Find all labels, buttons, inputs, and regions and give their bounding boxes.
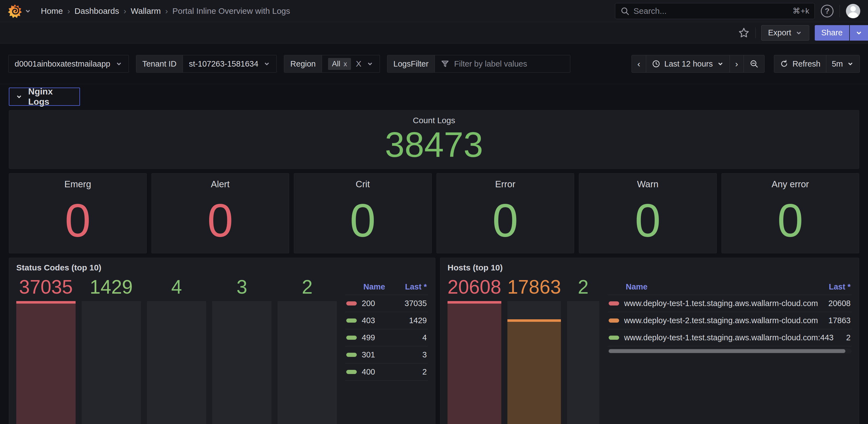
- breadcrumb-separator: ›: [67, 6, 70, 16]
- bar-403: 1429: [82, 277, 141, 424]
- section-chevron-down-icon: [16, 93, 23, 101]
- logs-filter-label: LogsFilter: [388, 55, 435, 73]
- breadcrumb-separator: ›: [165, 6, 168, 16]
- series-color-pill[interactable]: [346, 353, 357, 357]
- stat-title: Crit: [355, 179, 370, 190]
- bar-value: 2: [567, 277, 599, 298]
- dashboard-canvas: Nginx Logs Count Logs 38473 Emerg 0 Aler…: [0, 88, 868, 424]
- bar-value: 4: [147, 277, 206, 298]
- refresh-interval-value: 5m: [832, 59, 843, 68]
- legend-value-header[interactable]: Last *: [829, 282, 850, 291]
- series-color-pill[interactable]: [609, 318, 619, 322]
- chevron-down-icon[interactable]: [366, 60, 374, 67]
- series-color-pill[interactable]: [346, 301, 357, 306]
- refresh-interval-dropdown[interactable]: 5m: [826, 55, 860, 73]
- legend-name-header[interactable]: Name: [626, 282, 648, 291]
- tenant-id-variable[interactable]: Tenant ID st-107263-1581634: [136, 55, 277, 73]
- region-variable[interactable]: Region All x X: [284, 55, 380, 73]
- export-button[interactable]: Export: [761, 25, 809, 40]
- share-button[interactable]: Share: [815, 25, 849, 40]
- region-clear-icon[interactable]: X: [356, 59, 362, 68]
- legend-row: 403 1429: [345, 312, 428, 329]
- series-color-pill[interactable]: [346, 370, 357, 374]
- scrollbar-thumb[interactable]: [609, 349, 845, 353]
- toolbar-divider: [755, 27, 756, 38]
- search-input[interactable]: [633, 6, 789, 16]
- status-codes-title: Status Codes (top 10): [16, 263, 428, 272]
- logs-filter-placeholder: Filter by label values: [454, 59, 527, 68]
- time-range-picker[interactable]: Last 12 hours: [646, 55, 730, 73]
- bar-track: [567, 301, 599, 424]
- nginx-logs-section-toggle[interactable]: Nginx Logs: [9, 88, 80, 106]
- bar-track: [212, 301, 272, 424]
- breadcrumb-wallarm[interactable]: Wallarm: [131, 6, 161, 16]
- share-chevron-down-icon: [855, 29, 863, 37]
- refresh-button[interactable]: Refresh: [774, 55, 826, 73]
- user-avatar[interactable]: [846, 4, 860, 18]
- time-shift-back-button[interactable]: ‹: [632, 55, 646, 73]
- bar-fill: [447, 301, 501, 424]
- legend-row: www.deploy-test-2.test.staging.aws.walla…: [608, 312, 852, 329]
- legend-row: 400 2: [345, 364, 428, 380]
- hosts-panel: Hosts (top 10) 20608 17863 2: [440, 258, 859, 424]
- series-name[interactable]: www.deploy-test-1.test.staging.aws.walla…: [624, 299, 818, 308]
- legend-value-header[interactable]: Last *: [405, 282, 427, 291]
- series-name[interactable]: 301: [362, 350, 375, 359]
- series-color-pill[interactable]: [609, 336, 619, 340]
- funnel-filter-icon: [440, 59, 450, 68]
- search-icon: [620, 6, 630, 16]
- region-chip-remove-icon[interactable]: x: [343, 60, 347, 68]
- status-codes-legend: Name Last * 200 37035 403 1429: [345, 277, 428, 424]
- bar-track: [16, 301, 75, 424]
- count-logs-title: Count Logs: [413, 116, 455, 125]
- search-box[interactable]: ⌘+k: [615, 3, 815, 19]
- refresh-icon: [780, 59, 788, 68]
- zoom-out-time-button[interactable]: [744, 55, 764, 73]
- legend-row: www.deploy-test-1.test.staging.aws.walla…: [608, 329, 852, 346]
- series-value: 1429: [409, 316, 427, 325]
- bar-value: 17863: [507, 277, 561, 298]
- series-name[interactable]: 499: [362, 333, 375, 342]
- series-name[interactable]: 200: [362, 299, 375, 308]
- time-controls: ‹ Last 12 hours ›: [631, 55, 860, 73]
- help-icon[interactable]: ?: [821, 5, 834, 18]
- zoom-out-icon: [749, 59, 759, 68]
- logs-filter-variable[interactable]: LogsFilter Filter by label values: [387, 55, 570, 73]
- legend-name-header[interactable]: Name: [363, 282, 385, 291]
- series-name[interactable]: 400: [362, 367, 375, 376]
- status-codes-bars: 37035 1429 4 3: [16, 277, 337, 424]
- series-color-pill[interactable]: [346, 318, 357, 322]
- breadcrumb-home[interactable]: Home: [41, 6, 63, 16]
- legend-row: www.deploy-test-1.test.staging.aws.walla…: [608, 295, 852, 312]
- series-color-pill[interactable]: [346, 336, 357, 340]
- bar-499: 4: [147, 277, 206, 424]
- region-chip-all[interactable]: All x: [328, 58, 351, 70]
- search-shortcut-badge: ⌘+k: [793, 6, 809, 16]
- hosts-title: Hosts (top 10): [447, 263, 852, 272]
- chevron-down-icon: [847, 60, 854, 67]
- bar-host-2: 17863: [507, 277, 561, 424]
- grafana-logo-icon: [8, 4, 22, 18]
- refresh-label: Refresh: [793, 59, 820, 68]
- series-name[interactable]: 403: [362, 316, 375, 325]
- chevron-down-icon: [263, 60, 270, 67]
- breadcrumb-dashboards[interactable]: Dashboards: [74, 6, 119, 16]
- favorite-star-button[interactable]: [738, 27, 750, 39]
- section-title: Nginx Logs: [28, 86, 73, 107]
- logs-filter-input[interactable]: Filter by label values: [435, 55, 570, 73]
- time-shift-forward-button[interactable]: ›: [730, 55, 744, 73]
- export-chevron-down-icon: [795, 29, 802, 36]
- legend-row: 301 3: [345, 346, 428, 364]
- series-name[interactable]: www.deploy-test-1.test.staging.aws.walla…: [624, 333, 834, 342]
- star-icon: [738, 27, 750, 39]
- series-name[interactable]: www.deploy-test-2.test.staging.aws.walla…: [624, 316, 818, 325]
- chevron-down-icon: [115, 60, 123, 67]
- top-nav: Home › Dashboards › Wallarm › Portal Inl…: [0, 0, 868, 22]
- grafana-logo-menu[interactable]: [8, 4, 31, 18]
- share-dropdown-button[interactable]: [850, 25, 868, 40]
- stat-value: 0: [65, 197, 91, 244]
- app-variable-dropdown[interactable]: d0001ainboxatestmailaapp: [8, 55, 129, 73]
- bar-track: [278, 301, 337, 424]
- stat-value: 0: [208, 197, 233, 244]
- series-color-pill[interactable]: [609, 301, 619, 306]
